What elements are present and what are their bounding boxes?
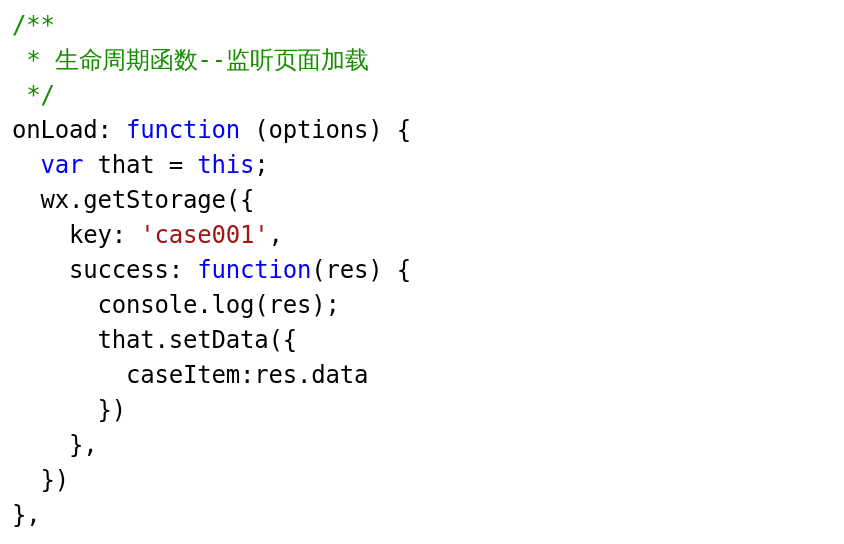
code-token-plain: , [269,221,283,249]
code-token-guide [12,81,26,109]
code-token-keyword: function [126,116,240,144]
code-token-plain: wx.getStorage({ [41,186,255,214]
code-token-comment: /** [12,11,55,39]
code-token-guide [12,291,98,319]
code-token-comment: * 生命周期函数--监听页面加载 [26,46,369,74]
code-token-plain: that = [83,151,197,179]
code-token-plain: console.log(res); [98,291,340,319]
code-token-keyword: var [41,151,84,179]
code-token-plain: }, [12,501,41,529]
code-token-plain: }, [69,431,98,459]
code-token-guide [12,221,69,249]
code-token-guide [12,151,41,179]
code-token-keyword: function [197,256,311,284]
code-token-plain: that.setData({ [98,326,298,354]
code-token-guide [12,326,98,354]
code-token-plain: (options) { [240,116,411,144]
code-token-plain: onLoad: [12,116,126,144]
code-token-comment: */ [26,81,55,109]
code-token-guide [12,186,41,214]
code-token-plain: }) [98,396,127,424]
code-token-guide [12,46,26,74]
code-token-guide [12,256,69,284]
code-token-guide [12,361,126,389]
code-token-plain: key: [69,221,140,249]
code-token-plain: caseItem:res.data [126,361,368,389]
code-token-plain: (res) { [311,256,411,284]
code-token-guide [12,466,41,494]
code-token-keyword: this [197,151,254,179]
code-token-plain: }) [41,466,70,494]
code-token-string: 'case001' [140,221,268,249]
code-token-guide [12,396,98,424]
code-token-plain: success: [69,256,197,284]
code-snippet: /** * 生命周期函数--监听页面加载 */ onLoad: function… [0,0,844,544]
code-token-guide [12,431,69,459]
code-token-plain: ; [254,151,268,179]
